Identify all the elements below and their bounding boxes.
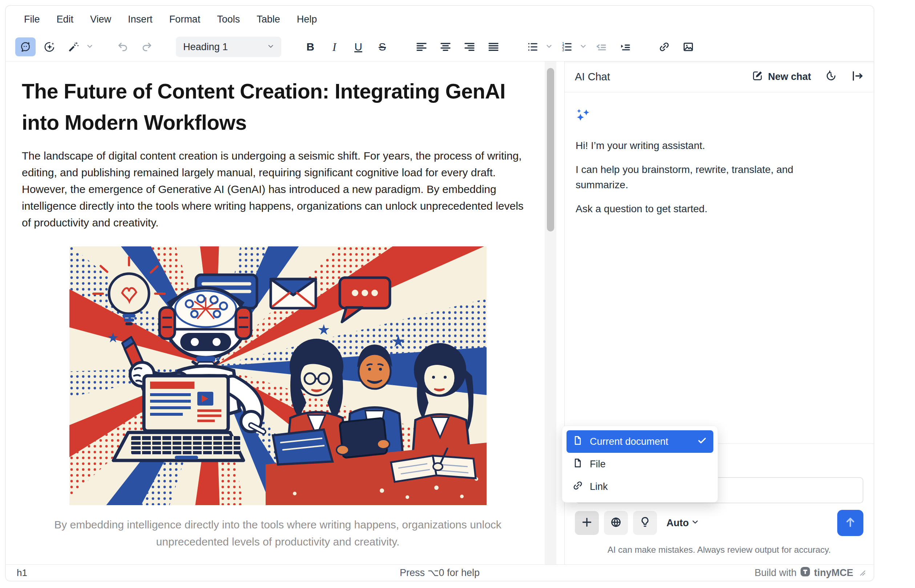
model-selector[interactable]: Auto <box>666 517 699 529</box>
ai-sparkles-icon <box>576 117 590 123</box>
ai-chat-title: AI Chat <box>575 71 610 83</box>
context-option-label: Current document <box>590 436 668 447</box>
editor-scrollbar[interactable] <box>545 61 556 564</box>
bullet-list-icon <box>527 41 539 53</box>
block-format-value: Heading 1 <box>183 42 228 53</box>
editor-content[interactable]: The Future of Content Creation: Integrat… <box>6 61 564 550</box>
strikethrough-button[interactable]: S <box>372 37 392 57</box>
undo-button[interactable] <box>113 37 133 57</box>
toolbar: Heading 1 B I U S <box>6 33 873 61</box>
numbered-list-button[interactable]: 1 2 3 <box>557 37 577 57</box>
bold-button[interactable]: B <box>300 37 321 57</box>
document-icon <box>572 457 583 471</box>
align-right-button[interactable] <box>459 37 480 57</box>
menu-edit[interactable]: Edit <box>51 11 79 28</box>
magic-wand-icon <box>68 41 79 53</box>
underline-glyph: U <box>354 41 362 53</box>
send-button[interactable] <box>837 510 863 536</box>
redo-button[interactable] <box>137 37 157 57</box>
insert-image-button[interactable] <box>678 37 699 57</box>
lightbulb-icon <box>639 516 651 530</box>
add-context-button[interactable] <box>575 511 599 535</box>
align-center-button[interactable] <box>435 37 456 57</box>
document-icon <box>572 435 583 449</box>
plus-icon <box>581 516 593 530</box>
menu-format[interactable]: Format <box>163 11 207 28</box>
web-search-button[interactable] <box>604 511 628 535</box>
editor-window: File Edit View Insert Format Tools Table… <box>5 5 874 582</box>
indent-button[interactable] <box>615 37 635 57</box>
ai-chat-toggle-button[interactable] <box>15 37 36 57</box>
tinymce-logo-icon <box>800 567 810 579</box>
context-dropdown: Current document File <box>562 426 718 502</box>
ai-sparkle-circle-icon <box>44 41 55 53</box>
context-option-label: File <box>590 459 606 470</box>
prompt-actions: Auto <box>575 510 863 536</box>
underline-button[interactable]: U <box>348 37 368 57</box>
redo-icon <box>141 41 153 53</box>
menu-tools[interactable]: Tools <box>211 11 246 28</box>
align-left-icon <box>416 41 427 53</box>
assistant-message: I can help you brainstorm, rewrite, tran… <box>576 162 844 192</box>
context-option-current-document[interactable]: Current document <box>566 430 713 453</box>
new-chat-button[interactable]: New chat <box>752 70 811 84</box>
small-laptop-motif <box>273 430 332 464</box>
assistant-message: Hi! I’m your writing assistant. <box>576 138 844 153</box>
align-left-button[interactable] <box>412 37 432 57</box>
menu-file[interactable]: File <box>18 11 46 28</box>
chevron-down-icon <box>267 42 275 53</box>
suggestions-button[interactable] <box>633 511 657 535</box>
align-justify-icon <box>488 41 499 53</box>
ai-disclaimer: AI can make mistakes. Always review outp… <box>575 545 863 555</box>
bullet-list-button[interactable] <box>523 37 543 57</box>
menu-help[interactable]: Help <box>291 11 323 28</box>
numbered-list-icon: 1 2 3 <box>561 41 573 53</box>
element-path[interactable]: h1 <box>17 567 27 578</box>
align-justify-button[interactable] <box>483 37 503 57</box>
strikethrough-glyph: S <box>379 41 386 53</box>
ai-rewrite-button[interactable] <box>63 37 84 57</box>
genai-poster-illustration <box>69 246 487 505</box>
menu-insert[interactable]: Insert <box>122 11 158 28</box>
editor-scrollbar-thumb[interactable] <box>547 68 554 231</box>
globe-icon <box>610 516 622 530</box>
block-format-select[interactable]: Heading 1 <box>176 37 281 57</box>
bold-glyph: B <box>306 41 314 53</box>
chevron-down-icon[interactable] <box>579 42 587 52</box>
branding-prefix: Build with <box>754 567 797 578</box>
image-icon <box>683 41 694 53</box>
ai-chat-panel: AI Chat New chat <box>564 61 873 564</box>
undo-icon <box>117 41 129 53</box>
document-paragraph[interactable]: The landscape of digital content creatio… <box>22 147 534 231</box>
outdent-button[interactable] <box>591 37 611 57</box>
document-illustration[interactable] <box>69 246 487 505</box>
assistant-message: Ask a question to get started. <box>576 201 844 216</box>
document-heading[interactable]: The Future of Content Creation: Integrat… <box>22 76 534 138</box>
tablet-motif <box>337 418 389 458</box>
chevron-down-icon[interactable] <box>545 42 553 52</box>
editor-pane: The Future of Content Creation: Integrat… <box>6 61 564 564</box>
italic-button[interactable]: I <box>324 37 344 57</box>
menu-table[interactable]: Table <box>251 11 286 28</box>
resize-grip[interactable] <box>858 567 866 578</box>
ai-chat-messages: Hi! I’m your writing assistant. I can he… <box>565 92 873 443</box>
ai-shortcuts-button[interactable] <box>39 37 60 57</box>
branding-name: tinyMCE <box>814 567 853 578</box>
image-caption[interactable]: By embedding intelligence directly into … <box>36 516 520 550</box>
new-chat-label: New chat <box>768 71 811 82</box>
indent-icon <box>619 41 631 53</box>
context-option-file[interactable]: File <box>566 453 713 475</box>
menubar: File Edit View Insert Format Tools Table… <box>6 6 873 33</box>
ai-chat-bubble-icon <box>19 41 31 53</box>
help-shortcut-hint: Press ⌥0 for help <box>400 567 480 578</box>
link-icon <box>658 41 670 53</box>
chevron-down-icon[interactable] <box>86 42 94 52</box>
chat-history-icon[interactable] <box>825 70 837 84</box>
link-button[interactable] <box>654 37 675 57</box>
link-icon <box>572 480 583 494</box>
context-option-link[interactable]: Link <box>566 475 713 498</box>
compose-icon <box>752 70 763 84</box>
close-sidebar-icon[interactable] <box>851 70 863 84</box>
menu-view[interactable]: View <box>84 11 117 28</box>
ai-chat-header: AI Chat New chat <box>565 61 873 92</box>
